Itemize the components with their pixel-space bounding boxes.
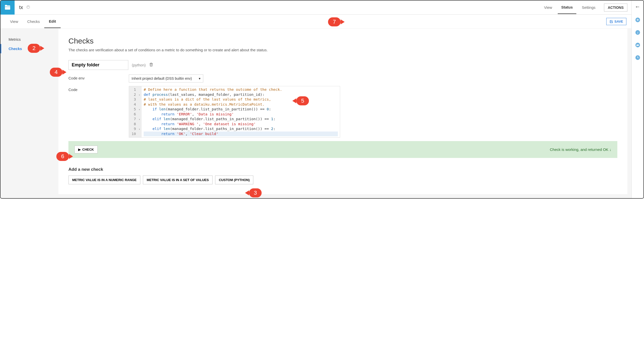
svg-text:i: i <box>637 31 638 34</box>
language-label: (python) <box>132 63 146 67</box>
add-set-values-button[interactable]: METRIC VALUE IS IN A SET OF VALUES <box>143 176 213 184</box>
folder-icon[interactable] <box>1 1 15 15</box>
top-nav: View Status Settings ACTIONS <box>541 1 631 14</box>
nav-view[interactable]: View <box>541 1 556 14</box>
sidebar-item-metrics[interactable]: Metrics <box>1 35 58 44</box>
run-check-button[interactable]: ▶ CHECK <box>74 146 98 153</box>
panel-description: The checks are verification about a set … <box>68 48 617 52</box>
back-arrow-icon[interactable]: ← <box>635 4 640 10</box>
callout-4: 4 <box>50 68 62 77</box>
code-env-select[interactable]: Inherit project default (DSS builtin env… <box>129 74 203 82</box>
add-check-title: Add a new check <box>68 167 617 172</box>
actions-button[interactable]: ACTIONS <box>604 4 627 12</box>
code-env-value: Inherit project default (DSS builtin env… <box>132 76 192 80</box>
run-check-label: CHECK <box>82 148 94 151</box>
trash-icon[interactable] <box>149 63 153 67</box>
subnav-edit[interactable]: Edit <box>44 15 60 28</box>
code-body[interactable]: # Define here a function that returns th… <box>142 86 340 137</box>
subnav-checks[interactable]: Checks <box>23 15 44 28</box>
clock-icon[interactable] <box>635 55 640 60</box>
sync-icon[interactable] <box>26 5 30 10</box>
code-label: Code <box>68 86 129 92</box>
check-name-input[interactable] <box>68 60 128 70</box>
svg-point-0 <box>27 6 30 9</box>
callout-3: 3 <box>249 188 262 197</box>
callout-2: 2 <box>28 44 40 53</box>
panel-title: Checks <box>68 37 617 45</box>
chat-icon[interactable] <box>635 42 640 48</box>
nav-settings[interactable]: Settings <box>578 1 599 14</box>
page-title: tx <box>15 5 23 10</box>
code-env-label: Code env <box>68 74 129 80</box>
save-button[interactable]: SAVE <box>606 18 626 25</box>
add-custom-python-button[interactable]: CUSTOM (PYTHON) <box>215 176 254 184</box>
nav-status[interactable]: Status <box>558 1 576 14</box>
save-icon <box>610 20 613 23</box>
subnav-view[interactable]: View <box>6 15 23 28</box>
result-text: Check is working, and returned OK ↓ <box>550 147 611 152</box>
gutter: 1 2 ▾3 4 5 ▾6 7 ▾8 9 ▾10 <box>129 86 142 137</box>
add-numeric-range-button[interactable]: METRIC VALUE IS IN A NUMERIC RANGE <box>68 176 140 184</box>
save-label: SAVE <box>615 20 623 23</box>
sub-bar: View Checks Edit SAVE <box>1 15 631 29</box>
sidebar: Metrics Checks <box>1 29 58 198</box>
play-icon: ▶ <box>78 148 81 151</box>
main-panel: Checks The checks are verification about… <box>58 29 627 194</box>
chevron-down-icon[interactable]: ↓ <box>610 147 612 152</box>
info-icon[interactable]: i <box>635 30 640 35</box>
result-bar: ▶ CHECK Check is working, and returned O… <box>68 141 617 158</box>
top-bar: tx View Status Settings ACTIONS <box>1 1 631 15</box>
callout-5: 5 <box>296 96 309 105</box>
right-rail: ← i <box>631 1 643 198</box>
chevron-down-icon: ▾ <box>199 76 200 80</box>
plus-circle-icon[interactable] <box>635 17 640 23</box>
callout-7: 7 <box>328 17 341 26</box>
callout-6: 6 <box>56 152 69 161</box>
code-editor[interactable]: 1 2 ▾3 4 5 ▾6 7 ▾8 9 ▾10 # Define here a… <box>129 86 340 138</box>
